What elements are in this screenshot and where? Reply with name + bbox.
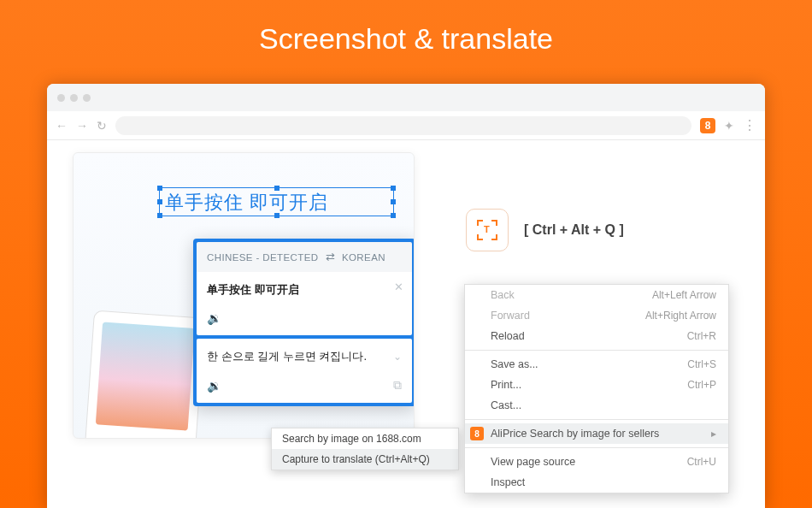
hero-title: Screenshot & translate xyxy=(0,0,812,56)
source-text-block: ✕ 单手按住 即可开启 🔉 xyxy=(197,272,412,335)
target-text: 한 손으로 길게 누르면 켜집니다. xyxy=(207,349,402,364)
menu-label: Cast... xyxy=(491,399,521,411)
source-text: 单手按住 即可开启 xyxy=(207,282,402,298)
menu-label: Reload xyxy=(491,330,525,342)
menu-label: AliPrice Search by image for sellers xyxy=(491,428,659,440)
resize-handle[interactable] xyxy=(274,186,279,191)
window-dot xyxy=(83,94,91,102)
background-tablet-illustration xyxy=(84,310,205,439)
menu-item-back[interactable]: Back Alt+Left Arrow xyxy=(465,285,728,305)
resize-handle[interactable] xyxy=(274,213,279,218)
menu-separator xyxy=(465,350,728,351)
menu-item-forward[interactable]: Forward Alt+Right Arrow xyxy=(465,305,728,326)
tab-strip xyxy=(47,84,765,111)
copy-icon[interactable]: ⧉ xyxy=(393,378,402,393)
forward-icon[interactable]: → xyxy=(76,119,88,133)
menu-item-print[interactable]: Print... Ctrl+P xyxy=(465,375,728,395)
menu-shortcut: Ctrl+U xyxy=(687,456,716,468)
menu-item-save-as[interactable]: Save as... Ctrl+S xyxy=(465,354,728,375)
resize-handle[interactable] xyxy=(157,213,162,218)
menu-item-search-1688[interactable]: Search by image on 1688.com xyxy=(272,428,458,449)
reload-icon[interactable]: ↻ xyxy=(97,119,107,133)
capture-icon: T xyxy=(466,209,509,251)
extension-badge-icon: 8 xyxy=(470,427,484,440)
resize-handle[interactable] xyxy=(391,213,396,218)
menu-shortcut: Alt+Left Arrow xyxy=(652,289,716,301)
product-image-card: 单手按住 即可开启 CHINESE - DETECTED ⇄ KOREAN ✕ … xyxy=(73,152,415,439)
browser-window: ← → ↻ 8 ✦ ⋮ 单手按住 即可开启 xyxy=(47,84,765,508)
menu-label: Back xyxy=(491,289,515,301)
address-bar[interactable] xyxy=(115,116,691,135)
menu-item-inspect[interactable]: Inspect xyxy=(465,472,728,493)
target-language-label: KOREAN xyxy=(342,252,385,263)
window-dot xyxy=(57,94,65,102)
translate-popup: CHINESE - DETECTED ⇄ KOREAN ✕ 单手按住 即可开启 … xyxy=(193,239,415,406)
browser-context-menu: Back Alt+Left Arrow Forward Alt+Right Ar… xyxy=(464,284,729,493)
chevron-down-icon[interactable]: ⌄ xyxy=(393,351,402,363)
resize-handle[interactable] xyxy=(391,199,396,204)
menu-separator xyxy=(465,447,728,448)
menu-item-view-source[interactable]: View page source Ctrl+U xyxy=(465,452,728,472)
resize-handle[interactable] xyxy=(157,199,162,204)
menu-item-capture-translate[interactable]: Capture to translate (Ctrl+Alt+Q) xyxy=(272,449,458,470)
menu-label: Inspect xyxy=(491,476,525,488)
menu-shortcut: Ctrl+S xyxy=(687,358,716,370)
swap-icon[interactable]: ⇄ xyxy=(326,251,335,263)
submenu-arrow-icon: ▸ xyxy=(711,428,716,440)
menu-shortcut: Ctrl+R xyxy=(687,330,716,342)
close-icon[interactable]: ✕ xyxy=(394,281,403,293)
menu-label: Forward xyxy=(491,310,530,322)
resize-handle[interactable] xyxy=(157,186,162,191)
speaker-icon[interactable]: 🔉 xyxy=(207,379,221,393)
ocr-selection-box[interactable]: 单手按住 即可开启 xyxy=(159,187,394,216)
resize-handle[interactable] xyxy=(391,186,396,191)
extension-icon[interactable]: 8 xyxy=(700,118,715,133)
menu-label: Print... xyxy=(491,379,521,391)
menu-item-reload[interactable]: Reload Ctrl+R xyxy=(465,326,728,346)
back-icon[interactable]: ← xyxy=(56,119,68,133)
language-bar[interactable]: CHINESE - DETECTED ⇄ KOREAN xyxy=(197,242,412,272)
page-content: 单手按住 即可开启 CHINESE - DETECTED ⇄ KOREAN ✕ … xyxy=(47,140,765,508)
extensions-icon[interactable]: ✦ xyxy=(724,119,734,133)
browser-toolbar: ← → ↻ 8 ✦ ⋮ xyxy=(47,111,765,140)
menu-item-cast[interactable]: Cast... xyxy=(465,395,728,416)
menu-icon[interactable]: ⋮ xyxy=(743,117,756,133)
menu-separator xyxy=(465,419,728,420)
extension-context-menu: Search by image on 1688.com Capture to t… xyxy=(271,428,459,470)
menu-item-aliprice-extension[interactable]: 8 AliPrice Search by image for sellers ▸ xyxy=(465,423,728,444)
menu-shortcut: Ctrl+P xyxy=(687,379,716,391)
source-language-label: CHINESE - DETECTED xyxy=(207,252,319,263)
target-text-block: ⌄ 한 손으로 길게 누르면 켜집니다. 🔉 ⧉ xyxy=(197,339,412,403)
menu-shortcut: Alt+Right Arrow xyxy=(645,310,716,322)
menu-label: Save as... xyxy=(491,358,538,370)
shortcut-display: T [ Ctrl + Alt + Q ] xyxy=(466,209,624,251)
window-dot xyxy=(70,94,78,102)
menu-label: View page source xyxy=(491,456,575,468)
shortcut-keys: [ Ctrl + Alt + Q ] xyxy=(524,222,624,238)
speaker-icon[interactable]: 🔉 xyxy=(207,311,221,325)
